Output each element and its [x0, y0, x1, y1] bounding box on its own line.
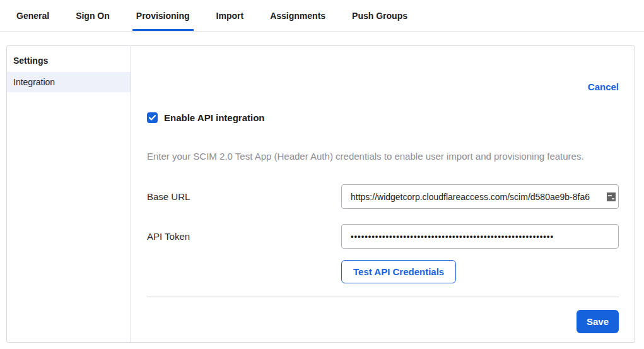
integration-settings-main: Cancel Enable API integration Enter your…: [131, 46, 635, 342]
enable-api-integration-row: Enable API integration: [147, 112, 619, 123]
tab-sign-on[interactable]: Sign On: [72, 0, 114, 31]
sidebar-item-integration[interactable]: Integration: [7, 72, 131, 92]
api-token-input-wrap: [341, 224, 619, 249]
credentials-form: Base URL API Token Test API Credentials: [147, 184, 619, 283]
test-api-credentials-button[interactable]: Test API Credentials: [341, 260, 456, 283]
tab-import[interactable]: Import: [213, 0, 248, 31]
tab-push-groups[interactable]: Push Groups: [348, 0, 411, 31]
credentials-description: Enter your SCIM 2.0 Test App (Header Aut…: [147, 151, 619, 162]
cancel-row: Cancel: [147, 81, 619, 92]
enable-api-integration-label: Enable API integration: [164, 112, 264, 123]
app-tab-bar: General Sign On Provisioning Import Assi…: [0, 0, 644, 32]
base-url-row: Base URL: [147, 184, 619, 209]
base-url-label: Base URL: [147, 191, 341, 202]
provisioning-panel: Settings Integration Cancel Enable API i…: [6, 45, 635, 343]
settings-sidebar: Settings Integration: [7, 46, 131, 342]
tab-general[interactable]: General: [13, 0, 53, 31]
checkmark-icon: [149, 115, 156, 121]
save-row: Save: [147, 310, 619, 333]
sidebar-header-settings: Settings: [7, 46, 131, 72]
enable-api-integration-checkbox[interactable]: [147, 112, 158, 123]
tab-provisioning[interactable]: Provisioning: [132, 0, 194, 31]
text-overflow-indicator-icon: [607, 192, 616, 201]
tab-assignments[interactable]: Assignments: [266, 0, 329, 31]
base-url-input[interactable]: [341, 184, 619, 209]
base-url-input-wrap: [341, 184, 619, 209]
api-token-label: API Token: [147, 231, 341, 242]
test-credentials-row: Test API Credentials: [147, 260, 619, 283]
cancel-button[interactable]: Cancel: [588, 81, 619, 92]
api-token-row: API Token: [147, 224, 619, 249]
save-button[interactable]: Save: [577, 310, 619, 333]
api-token-input[interactable]: [341, 224, 619, 249]
footer-divider: [147, 297, 619, 297]
